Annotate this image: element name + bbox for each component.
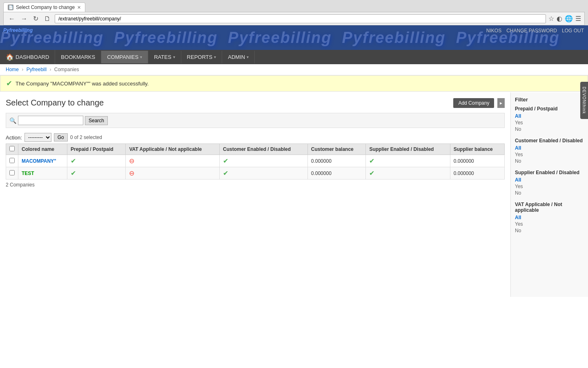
- refresh-button[interactable]: ↻: [31, 14, 40, 23]
- go-button[interactable]: Go: [54, 133, 68, 141]
- filter-section-supplier-enabled: Supplier Enabled / Disabled All Yes No: [515, 170, 584, 196]
- row2-customer-enabled-icon: ✔: [223, 170, 228, 177]
- breadcrumb-home[interactable]: Home: [6, 67, 19, 72]
- row1-checkbox[interactable]: [9, 158, 15, 163]
- change-password-link[interactable]: CHANGE PASSWORD: [506, 28, 557, 34]
- row1-customer-enabled-cell: ✔: [220, 155, 308, 167]
- row2-supplier-enabled-cell: ✔: [366, 167, 450, 180]
- admin-dropdown-arrow: ▾: [247, 55, 249, 59]
- forward-button[interactable]: →: [19, 14, 29, 23]
- selected-count: 0 of 2 selected: [70, 135, 102, 140]
- filter-section-prepaid: Prepaid / Postpaid All Yes No: [515, 106, 584, 132]
- add-company-button[interactable]: Add Company: [453, 98, 494, 108]
- filter-customer-enabled-no[interactable]: No: [515, 158, 584, 164]
- devonthink-handle[interactable]: DEVONthink: [580, 82, 588, 119]
- filter-title: Filter: [515, 96, 584, 103]
- row1-supplier-balance: 0.000000: [454, 158, 474, 164]
- row1-supplier-balance-cell: 0.000000: [450, 155, 504, 167]
- row1-vat-cell: ⊖: [126, 155, 220, 167]
- filter-supplier-enabled-yes[interactable]: Yes: [515, 184, 584, 189]
- row1-company-link[interactable]: MACOMPANY": [22, 158, 56, 164]
- nav-item-reports[interactable]: REPORTS ▾: [181, 51, 223, 63]
- filter-supplier-enabled-no[interactable]: No: [515, 190, 584, 196]
- th-supplier-enabled: Supplier Enabled / Disabled: [366, 144, 450, 155]
- nav-item-bookmarks[interactable]: BOOKMARKS: [55, 51, 101, 63]
- filter-section-vat: VAT Applicable / Not applicable All Yes …: [515, 202, 584, 233]
- breadcrumb-pyfreebill[interactable]: Pyfreebill: [27, 67, 47, 72]
- select-all-checkbox[interactable]: [9, 146, 15, 151]
- address-bar[interactable]: [55, 14, 546, 23]
- browser-toolbar: ← → ↻ 🗋 ☆ ◐ 🌐 ☰: [3, 12, 585, 25]
- row2-checkbox[interactable]: [9, 170, 15, 175]
- action-select[interactable]: ---------: [24, 133, 51, 142]
- th-customer-balance: Customer balance: [307, 144, 366, 155]
- page-button[interactable]: 🗋: [42, 14, 52, 23]
- user-name-link[interactable]: NIKOS: [486, 28, 501, 34]
- nav-label-companies: COMPANIES: [107, 54, 138, 60]
- nav-label-admin: ADMIN: [228, 54, 245, 60]
- filter-customer-enabled-all[interactable]: All: [515, 145, 584, 151]
- row1-customer-balance: 0.000000: [311, 158, 332, 164]
- main-area: Select Company to change Add Company ▸ 🔍…: [0, 92, 588, 297]
- nav-label-bookmarks: BOOKMARKS: [61, 54, 95, 60]
- log-out-link[interactable]: LOG OUT: [562, 28, 584, 34]
- row1-prepaid-icon: ✔: [71, 157, 76, 164]
- nav-menu: 🏠 DASHBOARD BOOKMARKS COMPANIES ▾ RATES …: [0, 50, 588, 64]
- bookmark-icon[interactable]: ☆: [548, 15, 554, 22]
- filter-sidebar: Filter Prepaid / Postpaid All Yes No Cus…: [510, 92, 588, 297]
- nav-item-companies[interactable]: COMPANIES ▾: [101, 51, 148, 63]
- add-company-extra-button[interactable]: ▸: [497, 98, 505, 108]
- browser-chrome: 📄 Select Company to change ✕ ← → ↻ 🗋 ☆ ◐…: [0, 0, 588, 25]
- active-tab[interactable]: 📄 Select Company to change ✕: [3, 2, 85, 12]
- row2-company-link[interactable]: TEST: [22, 171, 34, 176]
- nav-label-dashboard: DASHBOARD: [16, 54, 49, 60]
- row2-name-cell: TEST: [18, 167, 67, 180]
- filter-customer-enabled-yes[interactable]: Yes: [515, 152, 584, 157]
- row2-supplier-balance-cell: 0.000000: [450, 167, 504, 180]
- filter-prepaid-yes[interactable]: Yes: [515, 120, 584, 126]
- tab-close-button[interactable]: ✕: [77, 5, 81, 10]
- search-button[interactable]: Search: [85, 116, 108, 125]
- nav-item-admin[interactable]: ADMIN ▾: [222, 51, 255, 63]
- row2-prepaid-cell: ✔: [67, 167, 125, 180]
- menu-icon-2[interactable]: 🌐: [565, 15, 573, 22]
- filter-prepaid-title: Prepaid / Postpaid: [515, 106, 584, 112]
- filter-prepaid-all[interactable]: All: [515, 113, 584, 119]
- row1-customer-enabled-icon: ✔: [223, 157, 228, 164]
- filter-supplier-enabled-all[interactable]: All: [515, 177, 584, 183]
- companies-table: Colored name Prepaid / Postpaid VAT Appl…: [6, 144, 505, 180]
- row1-customer-balance-cell: 0.000000: [307, 155, 366, 167]
- success-message: ✔ The Company "MACOMPANY"" was added suc…: [0, 75, 588, 92]
- search-bar: 🔍 Search: [6, 113, 505, 128]
- back-button[interactable]: ←: [7, 14, 17, 23]
- nav-item-rates[interactable]: RATES ▾: [148, 51, 181, 63]
- filter-prepaid-no[interactable]: No: [515, 126, 584, 132]
- logo-text: Pyfreebilling: [3, 27, 33, 33]
- th-colored-name: Colored name: [18, 144, 67, 155]
- filter-vat-no[interactable]: No: [515, 228, 584, 233]
- th-prepaid-postpaid: Prepaid / Postpaid: [67, 144, 125, 155]
- nav-item-dashboard[interactable]: 🏠 DASHBOARD: [0, 50, 55, 64]
- page-title: Select Company to change: [6, 98, 104, 108]
- breadcrumb-companies: Companies: [54, 67, 79, 72]
- search-input[interactable]: [18, 116, 83, 125]
- menu-icon-1[interactable]: ◐: [557, 15, 562, 22]
- row1-supplier-enabled-icon: ✔: [369, 157, 374, 164]
- app-header: Pyfreebilling Pyfreebilling Pyfreebillin…: [0, 25, 588, 50]
- add-company-wrap: Add Company ▸: [453, 97, 505, 108]
- header-user-actions: NIKOS CHANGE PASSWORD LOG OUT: [486, 28, 584, 34]
- hamburger-icon[interactable]: ☰: [575, 15, 581, 22]
- header-logo: Pyfreebilling: [3, 27, 33, 33]
- row2-supplier-balance: 0.000000: [454, 171, 474, 176]
- content-area: Select Company to change Add Company ▸ 🔍…: [0, 92, 510, 297]
- table-row: TEST ✔ ⊖ ✔ 0.000000 ✔: [6, 167, 505, 180]
- filter-vat-yes[interactable]: Yes: [515, 221, 584, 227]
- filter-vat-all[interactable]: All: [515, 215, 584, 220]
- row2-prepaid-icon: ✔: [71, 170, 76, 177]
- row2-vat-cell: ⊖: [126, 167, 220, 180]
- table-row: MACOMPANY" ✔ ⊖ ✔ 0.000000 ✔: [6, 155, 505, 167]
- row1-supplier-enabled-cell: ✔: [366, 155, 450, 167]
- nav-label-reports: REPORTS: [187, 54, 213, 60]
- filter-section-customer-enabled: Customer Enabled / Disabled All Yes No: [515, 138, 584, 164]
- search-icon: 🔍: [9, 117, 16, 124]
